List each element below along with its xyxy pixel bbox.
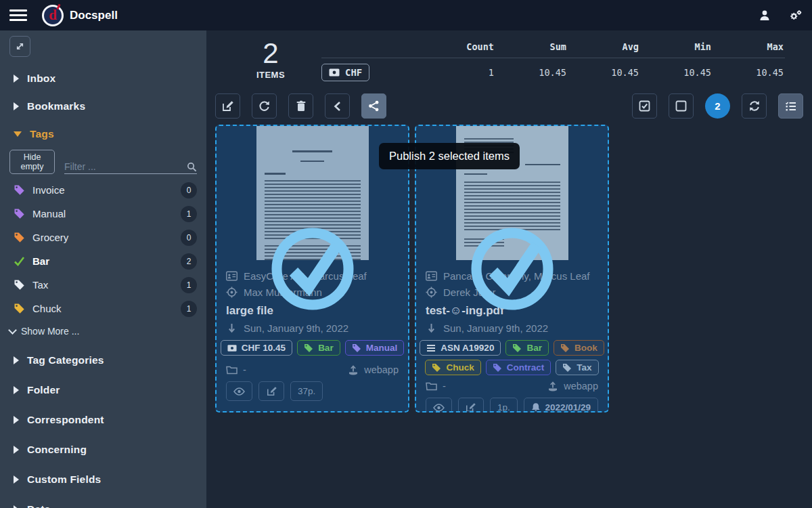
- edit-item-button[interactable]: [458, 398, 484, 412]
- toolbar-right-group: 2: [632, 93, 803, 119]
- tag-item-bar[interactable]: Bar 2: [9, 253, 197, 269]
- tag-badge-label: Book: [574, 343, 597, 353]
- merge-items-button[interactable]: [325, 93, 350, 119]
- tag-badge-tax[interactable]: Tax: [556, 360, 598, 375]
- publish-tooltip: Publish 2 selected items: [379, 143, 520, 169]
- tag-icon: [304, 343, 313, 353]
- stat-max-value: 10.45: [713, 59, 785, 81]
- tag-badge-bar[interactable]: Bar: [297, 340, 340, 356]
- tag-badge-book[interactable]: Book: [554, 340, 604, 356]
- stats-header-min: Min: [640, 39, 713, 58]
- collapse-sidebar-button[interactable]: [9, 36, 30, 57]
- badges: CHF 10.45 Bar: [226, 340, 399, 356]
- sidebar-item-custom-fields[interactable]: Custom Fields: [9, 473, 197, 486]
- card-info: EasyCare AG, Marcus Leaf Max Mustermann: [217, 260, 408, 356]
- concerning-row: Max Mustermann: [226, 287, 399, 298]
- sidebar-item-inbox[interactable]: Inbox: [9, 72, 197, 85]
- due-date-text: 2022/01/29: [545, 402, 591, 412]
- user-icon[interactable]: [758, 9, 771, 22]
- stat-min-value: 10.45: [640, 59, 713, 81]
- hide-empty-button[interactable]: Hide empty: [9, 150, 55, 174]
- tag-filter-input[interactable]: [64, 161, 187, 172]
- correspondent-text: Pancake Company, Marcus Leaf: [443, 270, 590, 282]
- tag-item-chuck[interactable]: Chuck 1: [9, 301, 197, 316]
- selection-toolbar: 2: [206, 85, 812, 119]
- tag-icon: [432, 363, 441, 373]
- sidebar-item-folder[interactable]: Folder: [9, 384, 197, 396]
- app-title: Docspell: [70, 9, 118, 22]
- stats-header-row: Count Sum Avg Min Max: [321, 39, 785, 58]
- main-content: 2 ITEMS Count Sum Avg Min Max: [206, 30, 812, 508]
- sidebar-item-date[interactable]: Date: [9, 503, 197, 508]
- delete-selected-button[interactable]: [288, 93, 313, 119]
- tag-name: Manual: [32, 208, 66, 219]
- tag-icon: [14, 279, 25, 291]
- preview-eye-button[interactable]: [426, 398, 452, 412]
- show-more-tags[interactable]: Show More ...: [9, 326, 197, 337]
- tag-badge-contract[interactable]: Contract: [486, 360, 551, 375]
- tag-badge-label: Bar: [526, 343, 542, 353]
- tag-badge-manual[interactable]: Manual: [345, 340, 405, 356]
- tag-item-manual[interactable]: Manual 1: [9, 206, 197, 221]
- sidebar-item-correspondent[interactable]: Correspondent: [9, 414, 197, 426]
- edit-icon: [267, 386, 277, 396]
- docspell-logo-icon[interactable]: d: [42, 5, 64, 26]
- sidebar-item-tag-categories[interactable]: Tag Categories: [9, 354, 197, 366]
- settings-gears-icon[interactable]: [789, 9, 803, 22]
- tag-icon: [14, 232, 25, 243]
- tag-name: Bar: [32, 255, 49, 267]
- tag-badge-label: Bar: [318, 343, 334, 353]
- select-all-button[interactable]: [632, 93, 657, 119]
- logo-letter: d: [49, 8, 57, 22]
- tag-icon: [352, 343, 361, 353]
- address-card-icon: [226, 270, 238, 282]
- edit-selected-button[interactable]: [215, 93, 240, 119]
- preview-eye-button[interactable]: [226, 381, 252, 401]
- sidebar-item-concerning[interactable]: Concerning: [9, 444, 197, 456]
- tag-badge-label: Chuck: [446, 362, 474, 373]
- tag-count-badge: 1: [181, 301, 197, 317]
- arrow-down-icon: [226, 322, 238, 334]
- edit-item-button[interactable]: [258, 381, 284, 401]
- publish-selected-button[interactable]: [361, 93, 386, 119]
- menu-icon[interactable]: [9, 9, 27, 21]
- items-count-number: 2: [220, 39, 321, 68]
- sidebar: Inbox Bookmarks Tags Hide empty I: [0, 30, 206, 508]
- address-card-icon: [426, 270, 437, 282]
- list-view-icon: [785, 101, 797, 112]
- tag-count-badge: 0: [181, 182, 197, 198]
- angle-left-icon: [333, 101, 342, 112]
- page-count-badge: 1p.: [490, 398, 518, 412]
- tag-count-badge: 2: [181, 253, 197, 270]
- eye-icon: [233, 387, 245, 396]
- navbar-right: [758, 9, 803, 22]
- badges: ASN A19920 Bar: [426, 340, 598, 375]
- caret-right-icon: [14, 75, 19, 83]
- folder-source-row: - webapp: [217, 364, 408, 375]
- sidebar-item-label: Correspondent: [27, 414, 104, 426]
- tag-item-tax[interactable]: Tax 1: [9, 277, 197, 293]
- tag-item-invoice[interactable]: Invoice 0: [9, 182, 197, 198]
- currency-label: CHF: [345, 67, 362, 78]
- edit-icon: [222, 100, 233, 112]
- deselect-all-button[interactable]: [669, 93, 694, 119]
- tag-icon: [14, 208, 25, 219]
- page-count-badge: 37p.: [290, 381, 323, 401]
- invert-selection-button[interactable]: [742, 93, 767, 119]
- tag-badge-chuck[interactable]: Chuck: [425, 360, 480, 375]
- reprocess-button[interactable]: [252, 93, 277, 119]
- tag-name: Tax: [32, 279, 48, 291]
- folder-source-row: - webapp: [416, 381, 608, 391]
- sidebar-item-label: Custom Fields: [27, 473, 101, 486]
- folder-value: -: [243, 364, 246, 375]
- list-view-toggle-button[interactable]: [778, 93, 803, 119]
- tag-icon: [14, 303, 25, 314]
- sidebar-item-bookmarks[interactable]: Bookmarks: [9, 100, 197, 112]
- tag-item-grocery[interactable]: Grocery 0: [9, 230, 197, 245]
- tag-name: Chuck: [32, 303, 62, 314]
- search-icon: [187, 162, 197, 172]
- tag-badge-bar[interactable]: Bar: [505, 340, 549, 356]
- sync-icon: [748, 100, 761, 112]
- chevron-down-icon: [8, 326, 17, 335]
- sidebar-item-tags[interactable]: Tags: [9, 128, 197, 140]
